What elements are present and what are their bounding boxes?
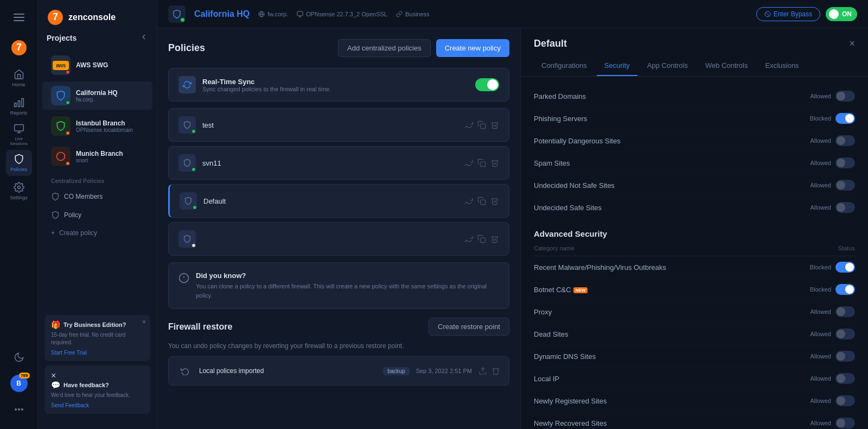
category-status: Allowed: [810, 157, 855, 168]
promo-card: × 🎁 Try Business Edition? 15-day free tr…: [44, 315, 150, 361]
category-toggle[interactable]: [835, 180, 855, 191]
delete-icon[interactable]: [490, 235, 499, 243]
feedback-close[interactable]: ×: [51, 371, 56, 380]
create-new-policy-button[interactable]: Create new policy: [436, 39, 509, 57]
category-name: Undecided Safe Sites: [534, 204, 602, 212]
nav-dark-mode[interactable]: [6, 344, 32, 370]
sync-toggle-knob: [487, 79, 498, 90]
export-icon[interactable]: [478, 367, 487, 375]
sidebar-item-policy[interactable]: Policy: [42, 207, 152, 223]
sidebar-create-policy[interactable]: + Create policy: [42, 225, 152, 241]
advanced-item-row: Proxy Allowed: [534, 301, 855, 323]
category-toggle[interactable]: [835, 202, 855, 213]
policy-row-test[interactable]: test: [168, 108, 509, 142]
promo-close[interactable]: ×: [142, 318, 146, 326]
advanced-toggle[interactable]: [835, 262, 855, 273]
meta-tier: Business: [396, 11, 430, 17]
delete-icon[interactable]: [490, 197, 499, 205]
policy-row-svn11[interactable]: svn11: [168, 146, 509, 180]
promo-link[interactable]: Start Free Trial: [51, 350, 144, 356]
sidebar-item-co-members[interactable]: CO Members: [42, 188, 152, 205]
advanced-toggle[interactable]: [835, 418, 855, 428]
sidebar-item-istanbul[interactable]: Istanbul Branch OPNsense.localdomain: [42, 112, 152, 140]
info-title: Did you know?: [196, 272, 499, 280]
unnamed-policy-actions: [464, 235, 499, 243]
advanced-toggle[interactable]: [835, 351, 855, 362]
promo-title: 🎁 Try Business Edition?: [51, 320, 144, 329]
advanced-item-row: Recent Malware/Phishing/Virus Outbreaks …: [534, 256, 855, 279]
category-toggle[interactable]: [835, 135, 855, 146]
istanbul-sub: OPNsense.localdomain: [76, 127, 144, 133]
tab-security[interactable]: Security: [597, 56, 637, 76]
copy-icon[interactable]: [477, 235, 486, 243]
refresh-icon[interactable]: [464, 197, 473, 205]
refresh-icon[interactable]: [464, 235, 473, 243]
create-restore-point-button[interactable]: Create restore point: [429, 318, 509, 336]
advanced-item-row: Newly Recovered Sites Allowed: [534, 412, 855, 429]
status-label: Allowed: [810, 204, 831, 211]
advanced-toggle[interactable]: [835, 284, 855, 295]
tab-web-controls[interactable]: Web Controls: [698, 56, 756, 76]
category-toggle[interactable]: [835, 113, 855, 124]
co-members-icon: [51, 192, 60, 201]
on-off-toggle[interactable]: ON: [826, 7, 857, 21]
toggle-knob: [837, 92, 845, 100]
trash-icon[interactable]: [492, 367, 500, 375]
sidebar-item-california-hq[interactable]: California HQ fw.corp.: [42, 81, 152, 110]
restore-tag: backup: [383, 367, 409, 375]
sync-text: Real-Time Sync Sync changed policies to …: [202, 78, 331, 92]
policy-row-default[interactable]: Default: [168, 184, 509, 218]
advanced-item-status: Allowed: [810, 418, 855, 428]
nav-live-sessions[interactable]: Live Sessions: [6, 122, 32, 148]
advanced-item-name: Proxy: [534, 308, 552, 316]
user-avatar-badge: B 789: [10, 375, 28, 392]
toggle-knob: [845, 263, 854, 272]
nav-settings[interactable]: Settings: [6, 178, 32, 204]
category-toggle[interactable]: [835, 91, 855, 102]
feedback-title: 💬 Have feedback?: [51, 381, 144, 389]
advanced-security-title: Advanced Security: [534, 229, 855, 238]
nav-home[interactable]: Home: [6, 65, 32, 91]
refresh-icon[interactable]: [464, 121, 473, 129]
policies-header: Policies Add centralized policies Create…: [168, 39, 509, 57]
advanced-toggle[interactable]: [835, 373, 855, 384]
sidebar-item-munich[interactable]: Munich Branch snort: [42, 142, 152, 171]
copy-icon[interactable]: [477, 197, 486, 205]
nav-more[interactable]: [6, 396, 32, 422]
right-panel-close[interactable]: ×: [849, 38, 855, 49]
topbar-meta: fw.corp. OPNsense 22.7.3_2 OpenSSL Busin…: [258, 11, 429, 17]
policies-panel: Policies Add centralized policies Create…: [157, 28, 521, 429]
tab-exclusions[interactable]: Exclusions: [757, 56, 806, 76]
tab-app-controls[interactable]: App Controls: [640, 56, 695, 76]
status-label: Allowed: [810, 398, 831, 404]
advanced-toggle[interactable]: [835, 395, 855, 406]
co-members-label: CO Members: [64, 193, 103, 200]
policy-row-unnamed[interactable]: [168, 222, 509, 256]
delete-icon[interactable]: [490, 121, 499, 129]
category-toggle[interactable]: [835, 157, 855, 168]
sync-toggle[interactable]: [475, 78, 499, 91]
enter-bypass-button[interactable]: Enter Bypass: [756, 7, 820, 21]
advanced-items: Recent Malware/Phishing/Virus Outbreaks …: [534, 256, 855, 429]
advanced-item-status: Blocked: [810, 262, 855, 273]
advanced-toggle[interactable]: [835, 329, 855, 339]
toggle-knob: [837, 136, 845, 145]
info-content: Did you know? You can clone a policy to …: [196, 272, 499, 300]
copy-icon[interactable]: [477, 159, 486, 167]
copy-icon[interactable]: [477, 121, 486, 129]
advanced-item-name: Newly Registered Sites: [534, 397, 607, 405]
nav-policies[interactable]: Policies: [6, 150, 32, 176]
nav-reports[interactable]: Reports: [6, 93, 32, 119]
add-centralized-button[interactable]: Add centralized policies: [338, 39, 431, 57]
delete-icon[interactable]: [490, 159, 499, 167]
tab-configurations[interactable]: Configurations: [534, 56, 595, 76]
refresh-icon[interactable]: [464, 159, 473, 167]
toggle-knob: [837, 419, 845, 427]
hamburger-menu[interactable]: [6, 7, 32, 28]
sidebar-back-button[interactable]: [139, 33, 148, 43]
sidebar-item-aws-swg[interactable]: aws AWS SWG: [42, 51, 152, 79]
right-panel-title: Default: [534, 38, 567, 49]
advanced-toggle[interactable]: [835, 306, 855, 317]
policy-label: Policy: [64, 211, 81, 219]
feedback-link[interactable]: Send Feedback: [51, 402, 144, 408]
